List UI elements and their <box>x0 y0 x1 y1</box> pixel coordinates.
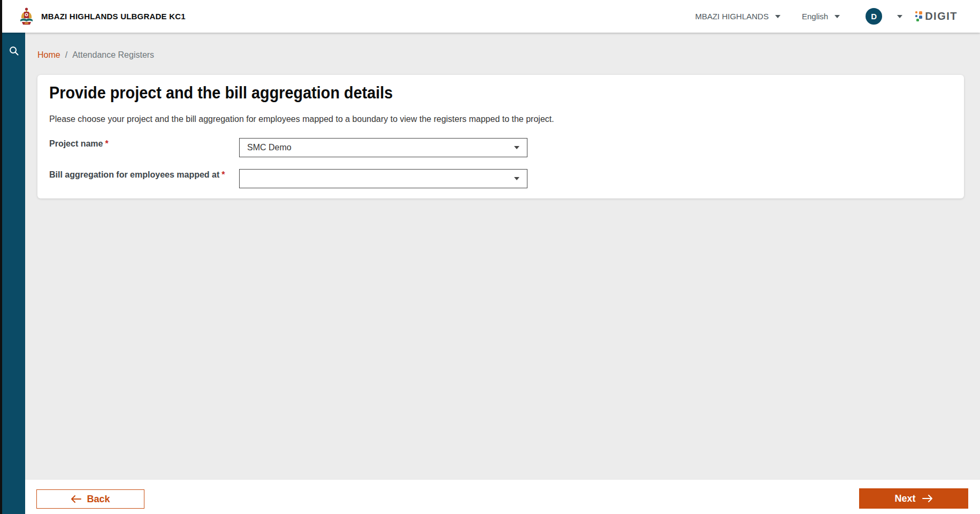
city-selector[interactable]: MBAZI HIGHLANDS <box>695 12 780 21</box>
page-description: Please choose your project and the bill … <box>49 114 554 124</box>
header-right-group: MBAZI HIGHLANDS English D DIGIT <box>695 8 958 25</box>
action-bar: Back Next <box>25 480 980 514</box>
bill-aggregation-dropdown[interactable] <box>239 169 527 188</box>
form-card: Provide project and the bill aggregation… <box>37 75 964 198</box>
dropdown-caret-icon <box>514 146 519 149</box>
breadcrumb-separator: / <box>65 50 67 60</box>
project-name-dropdown[interactable]: SMC Demo <box>239 138 527 157</box>
main-content: Home / Attendance Registers Provide proj… <box>25 33 980 480</box>
page-title: Provide project and the bill aggregation… <box>49 83 393 103</box>
city-selector-label: MBAZI HIGHLANDS <box>695 12 769 21</box>
header-left-group: MBAZI HIGHLANDS ULBGRADE KC1 <box>20 7 186 26</box>
breadcrumb-current: Attendance Registers <box>72 50 154 60</box>
left-sidebar <box>2 33 25 514</box>
language-selector-label: English <box>802 12 828 21</box>
back-button-label: Back <box>87 494 110 505</box>
next-button-label: Next <box>894 493 915 504</box>
project-name-label-text: Project name <box>49 139 103 148</box>
bill-aggregation-label: Bill aggregation for employees mapped at… <box>49 170 225 180</box>
arrow-right-icon <box>922 495 933 502</box>
app-title: MBAZI HIGHLANDS ULBGRADE KC1 <box>41 12 186 21</box>
chevron-down-icon <box>834 15 840 18</box>
top-header: MBAZI HIGHLANDS ULBGRADE KC1 MBAZI HIGHL… <box>2 0 980 33</box>
required-marker: * <box>105 139 108 148</box>
required-marker: * <box>221 170 225 179</box>
back-button[interactable]: Back <box>36 489 144 509</box>
arrow-left-icon <box>71 495 81 503</box>
bill-aggregation-label-text: Bill aggregation for employees mapped at <box>49 170 219 179</box>
dropdown-caret-icon <box>514 177 519 180</box>
next-button[interactable]: Next <box>859 488 968 509</box>
avatar[interactable]: D <box>866 8 882 25</box>
left-edge-strip <box>0 0 2 514</box>
project-name-label: Project name* <box>49 139 109 149</box>
project-name-dropdown-value: SMC Demo <box>247 143 292 152</box>
user-menu[interactable]: D <box>866 8 902 25</box>
chevron-down-icon <box>775 15 780 18</box>
state-emblem-logo <box>20 7 33 26</box>
sidebar-search-button[interactable] <box>2 39 25 63</box>
digit-logo: DIGIT <box>915 10 958 22</box>
search-icon <box>9 45 19 56</box>
chevron-down-icon <box>897 15 902 18</box>
language-selector[interactable]: English <box>802 12 840 21</box>
breadcrumb: Home / Attendance Registers <box>37 50 154 60</box>
digit-dots-icon <box>915 11 922 21</box>
breadcrumb-home-link[interactable]: Home <box>37 50 60 60</box>
digit-logo-text: DIGIT <box>925 10 958 22</box>
